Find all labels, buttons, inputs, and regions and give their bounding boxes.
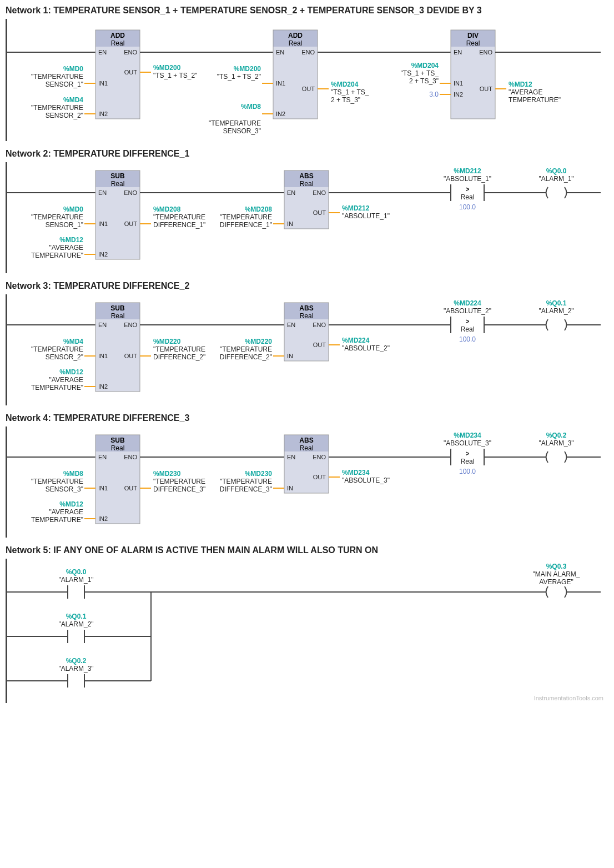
svg-text:OUT: OUT — [302, 86, 315, 92]
network-title-2: Network 2: TEMPERATURE DIFFERENCE_1 — [6, 149, 608, 159]
network-title-5: Network 5: IF ANY ONE OF ALARM IS ACTIVE… — [6, 545, 608, 555]
svg-text:IN1: IN1 — [276, 80, 285, 87]
svg-text:%MD8: %MD8 — [63, 470, 83, 478]
svg-text:EN: EN — [287, 189, 295, 196]
tag-addr: %MD12 — [509, 81, 532, 88]
svg-text:SENSOR_3": SENSOR_3" — [223, 127, 261, 135]
svg-text:%Q0.0: %Q0.0 — [546, 167, 567, 175]
svg-text:"ABSOLUTE_1": "ABSOLUTE_1" — [444, 175, 491, 183]
tag-addr: %MD8 — [241, 103, 261, 111]
svg-text:ENO: ENO — [124, 322, 137, 328]
svg-text:OUT: OUT — [124, 485, 138, 491]
svg-text:"ABSOLUTE_2": "ABSOLUTE_2" — [342, 344, 390, 352]
svg-text:%Q0.1: %Q0.1 — [546, 299, 567, 307]
svg-text:IN1: IN1 — [454, 80, 463, 87]
svg-text:EN: EN — [98, 189, 107, 196]
svg-text:OUT: OUT — [124, 69, 138, 76]
svg-text:Real: Real — [461, 325, 475, 333]
svg-text:"TEMPERATURE: "TEMPERATURE — [31, 213, 83, 221]
svg-text:100.0: 100.0 — [459, 203, 476, 211]
tag-addr: %MD200 — [153, 64, 181, 72]
svg-text:"TS_1 + TS_2": "TS_1 + TS_2" — [217, 73, 261, 81]
svg-text:DIFFERENCE_3": DIFFERENCE_3" — [220, 485, 272, 493]
svg-text:ENO: ENO — [301, 49, 315, 56]
svg-text:IN2: IN2 — [98, 251, 108, 258]
svg-text:ADD: ADD — [288, 32, 303, 39]
compare-contact: %MD224 "ABSOLUTE_2" > Real 100.0 — [444, 299, 491, 343]
svg-text:"TEMPERATURE: "TEMPERATURE — [220, 213, 272, 221]
svg-text:%MD4: %MD4 — [63, 338, 83, 345]
svg-text:EN: EN — [98, 322, 107, 328]
svg-text:"TEMPERATURE: "TEMPERATURE — [153, 213, 205, 221]
svg-text:SUB: SUB — [110, 436, 125, 444]
svg-text:%MD220: %MD220 — [245, 338, 273, 345]
svg-text:Real: Real — [111, 312, 125, 320]
svg-text:Real: Real — [300, 312, 314, 320]
svg-text:"AVERAGE: "AVERAGE — [49, 376, 83, 384]
svg-text:ABS: ABS — [299, 172, 313, 180]
svg-text:IN2: IN2 — [98, 515, 108, 522]
svg-text:IN2: IN2 — [276, 111, 285, 117]
svg-text:TEMPERATURE": TEMPERATURE" — [31, 384, 83, 392]
svg-text:%Q0.1: %Q0.1 — [66, 613, 87, 620]
svg-text:"ALARM_2": "ALARM_2" — [538, 307, 573, 315]
svg-text:"ALARM_3": "ALARM_3" — [58, 665, 93, 673]
svg-text:"TEMPERATURE: "TEMPERATURE — [209, 119, 261, 127]
svg-text:EN: EN — [287, 322, 295, 328]
fbd-block-add-1: ADD Real EN ENO IN1 IN2 OUT — [95, 30, 140, 119]
compare-contact: %MD212 "ABSOLUTE_1" > Real 100.0 — [444, 167, 491, 211]
svg-text:"TEMPERATURE: "TEMPERATURE — [31, 345, 83, 353]
fbd-block-sub: SUB Real EN ENO IN1 IN2 OUT — [95, 170, 140, 259]
tag-addr: %MD200 — [234, 65, 261, 73]
network-title-4: Network 4: TEMPERATURE DIFFERENCE_3 — [6, 413, 608, 423]
fbd-block-add-2: ADD Real EN ENO IN1 IN2 OUT — [273, 30, 318, 119]
svg-text:"ALARM_1": "ALARM_1" — [58, 576, 93, 584]
svg-text:OUT: OUT — [313, 342, 326, 348]
svg-text:ENO: ENO — [124, 454, 137, 460]
svg-text:100.0: 100.0 — [459, 468, 476, 475]
svg-text:2 + TS_3": 2 + TS_3" — [331, 96, 360, 104]
svg-text:"AVERAGE: "AVERAGE — [49, 508, 83, 516]
svg-text:%MD212: %MD212 — [454, 167, 481, 175]
svg-text:SUB: SUB — [110, 172, 125, 180]
svg-text:"AVERAGE: "AVERAGE — [509, 88, 542, 96]
svg-text:Real: Real — [461, 458, 475, 465]
svg-text:Real: Real — [466, 39, 480, 47]
svg-text:"ALARM_2": "ALARM_2" — [58, 620, 93, 628]
svg-text:Real: Real — [289, 39, 303, 47]
compare-contact: %MD234 "ABSOLUTE_3" > Real 100.0 — [444, 432, 491, 475]
no-contact-alarm-1: %Q0.0 "ALARM_1" — [7, 568, 151, 599]
no-contact-alarm-3: %Q0.2 "ALARM_3" — [7, 657, 151, 688]
network-3: SUB Real EN ENO IN1 IN2 OUT %MD4 "TEMPER… — [6, 294, 608, 405]
svg-text:%MD234: %MD234 — [454, 432, 481, 439]
svg-text:%MD12: %MD12 — [59, 236, 83, 244]
tag-addr: %MD204 — [411, 62, 439, 69]
fbd-block-sub: SUB Real EN ENO IN1 IN2 OUT — [95, 303, 140, 392]
fbd-block-abs: ABS Real EN ENO IN OUT — [284, 303, 329, 361]
svg-text:%Q0.0: %Q0.0 — [66, 568, 87, 576]
svg-text:%MD230: %MD230 — [153, 470, 181, 478]
svg-text:%MD208: %MD208 — [245, 205, 273, 213]
svg-text:EN: EN — [276, 49, 284, 56]
network-title-1: Network 1: TEMPERATURE SENSOR_1 + TEMPER… — [6, 6, 608, 16]
svg-text:"MAIN ALARM_: "MAIN ALARM_ — [533, 570, 580, 578]
svg-text:"TS_1 + TS_: "TS_1 + TS_ — [401, 69, 439, 77]
no-contact-alarm-2: %Q0.1 "ALARM_2" — [7, 613, 151, 643]
tag-addr: %MD204 — [331, 81, 359, 88]
svg-text:TEMPERATURE": TEMPERATURE" — [31, 252, 83, 259]
svg-text:SENSOR_3": SENSOR_3" — [46, 485, 83, 493]
svg-text:%Q0.2: %Q0.2 — [66, 657, 87, 665]
svg-text:"TS_1 + TS_: "TS_1 + TS_ — [331, 88, 369, 96]
svg-text:"ALARM_3": "ALARM_3" — [538, 439, 573, 447]
svg-text:%MD224: %MD224 — [342, 337, 370, 344]
svg-text:%MD12: %MD12 — [59, 368, 83, 376]
svg-text:DIFFERENCE_1": DIFFERENCE_1" — [220, 221, 272, 229]
svg-text:TEMPERATURE": TEMPERATURE" — [31, 516, 83, 524]
svg-text:>: > — [465, 185, 469, 193]
svg-text:"ABSOLUTE_3": "ABSOLUTE_3" — [444, 439, 491, 447]
svg-text:100.0: 100.0 — [459, 335, 476, 343]
svg-text:ABS: ABS — [299, 304, 313, 312]
svg-text:>: > — [465, 318, 469, 325]
svg-text:2 + TS_3": 2 + TS_3" — [409, 77, 439, 85]
svg-text:>: > — [465, 450, 469, 458]
